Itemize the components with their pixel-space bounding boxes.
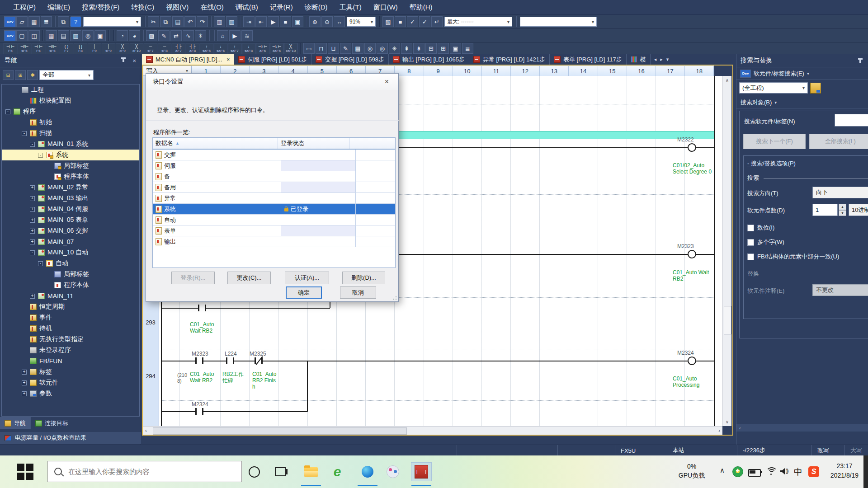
tree-expander[interactable]: - [38, 153, 43, 158]
change-button[interactable]: 更改(C)... [227, 272, 271, 284]
cancel-button[interactable]: 取消 [340, 286, 376, 299]
file-explorer-button[interactable] [301, 463, 321, 481]
search-scope-dropdown[interactable]: (全工程) [739, 82, 808, 94]
toolbar-button[interactable] [240, 16, 241, 27]
ladder-instruction-button[interactable]: ╳cF9 [116, 43, 129, 54]
tree-expander[interactable] [22, 359, 29, 364]
toolbar-button[interactable]: ▱ [16, 16, 28, 27]
tree-item[interactable]: + MAIN_03 输出 [2, 193, 139, 204]
toolbar-button[interactable]: ■ [280, 16, 291, 27]
multi-word-checkbox[interactable]: 多个字(W) [747, 238, 784, 246]
tree-expander[interactable]: + [22, 380, 27, 385]
scroll-right-icon[interactable]: › [718, 427, 720, 434]
ladder-instruction-button[interactable]: ─sF8 [158, 43, 171, 54]
tree-expander[interactable]: - [5, 109, 10, 114]
toolbar-button[interactable]: ⇤ [255, 16, 267, 27]
menu-item[interactable]: 在线(O) [194, 3, 230, 12]
search-options-link[interactable]: - 搜索/替换选项(P) [747, 160, 796, 168]
resize-grip[interactable] [392, 296, 397, 300]
vertical-scrollbar[interactable]: ∧ ∨ [722, 76, 731, 426]
coil-symbol[interactable] [688, 357, 696, 365]
menu-item[interactable]: 记录(R) [264, 3, 299, 12]
toolbar-button[interactable]: ◎ [82, 30, 94, 41]
delete-button[interactable]: 删除(D)... [342, 272, 385, 284]
document-tab[interactable]: 输出 [PRG] [LD] 1065步 [389, 54, 469, 65]
volume-icon[interactable] [780, 468, 785, 474]
close-icon[interactable]: × [132, 57, 136, 64]
toolbar-button[interactable]: ▥ [70, 30, 81, 41]
tree-expander[interactable] [22, 326, 29, 331]
toolbar-button[interactable] [42, 30, 43, 41]
toolbar-button[interactable]: ▣ [94, 30, 106, 41]
ladder-edit-button[interactable]: ⊟ [425, 43, 437, 54]
tree-item[interactable]: - MAIN_10 自动 [2, 247, 139, 258]
toolbar-button[interactable]: ∿ [183, 30, 194, 41]
menu-item[interactable]: 调试(B) [230, 3, 264, 12]
toolbar-button[interactable]: 91% [347, 17, 376, 27]
device-points-stepper[interactable]: ▲ ▼ [839, 204, 846, 216]
ladder-instruction-button[interactable]: ( )F7 [60, 43, 73, 54]
ie-browser-button[interactable]: e [327, 463, 347, 481]
toolbar-button[interactable]: ▥ [226, 16, 237, 27]
toolbar-button[interactable]: ✳ [195, 30, 206, 41]
document-tab[interactable]: 伺服 [PRG] [LD] 501步 [234, 54, 311, 65]
show-desktop-button[interactable] [863, 455, 868, 488]
tree-item[interactable]: + 软元件 [2, 377, 139, 388]
ladder-instruction-button[interactable]: ┤├aF8 [186, 43, 199, 54]
tree-item[interactable]: + 参数 [2, 388, 139, 399]
toolbar-button[interactable]: ▥ [214, 16, 225, 27]
toolbar-button[interactable]: ↷ [197, 16, 208, 27]
toolbar-button[interactable]: ↵ [431, 16, 443, 27]
gx-works-button[interactable]: ⊢⊣ [411, 463, 431, 481]
program-row[interactable]: 表单 [153, 225, 395, 236]
contact-symbol[interactable] [198, 305, 206, 311]
toolbar-button[interactable] [145, 16, 145, 27]
ladder-edit-button[interactable]: ⇟ [413, 43, 425, 54]
edge-browser-button[interactable] [358, 463, 377, 481]
panel-tab[interactable]: 导航 [0, 417, 31, 429]
toolbar-button[interactable]: ⊖ [321, 16, 333, 27]
toolbar-button[interactable]: Dev [4, 16, 16, 27]
ladder-instruction-button[interactable]: ╳cF10 [130, 43, 143, 54]
ladder-instruction-button[interactable]: ↓saF6 [214, 43, 227, 54]
tree-item[interactable]: 局部标签 [2, 160, 139, 171]
tree-item[interactable]: + MAIN_11 [2, 291, 139, 301]
scrollbar-thumb[interactable] [153, 427, 407, 435]
tree-item[interactable]: 恒定周期 [2, 301, 139, 312]
antivirus-tray-icon[interactable] [732, 466, 743, 477]
toolbar-button[interactable]: ? [70, 16, 81, 27]
tab-close-icon[interactable]: × [225, 56, 230, 63]
tree-item[interactable]: 模块配置图 [2, 95, 139, 106]
toolbar-button[interactable]: ⇄ [170, 30, 182, 41]
ladder-edit-button[interactable]: ▣ [450, 43, 461, 54]
digit-checkbox[interactable]: 数位(I) [747, 224, 774, 232]
toolbar-button[interactable] [209, 30, 209, 41]
ladder-instruction-button[interactable]: ↓saF8 [242, 43, 255, 54]
task-view-button[interactable] [270, 463, 290, 481]
tree-expander[interactable]: - [38, 261, 43, 266]
menu-item[interactable]: 编辑(E) [42, 3, 76, 12]
tab-scroll-right-icon[interactable]: ▸ [660, 56, 663, 62]
cortana-button[interactable] [244, 463, 264, 481]
ladder-instruction-button[interactable]: ⊣↓⊢caF5 [270, 43, 283, 54]
tab-list-icon[interactable]: ▾ [666, 56, 669, 62]
battery-icon[interactable] [748, 469, 761, 477]
dialog-close-icon[interactable]: × [382, 78, 392, 86]
gear-icon[interactable]: ✱ [27, 70, 38, 80]
toolbar-button[interactable]: ≋ [241, 30, 253, 41]
toolbar-button[interactable]: ⧉ [58, 16, 69, 27]
ladder-instruction-button[interactable]: ⊣/⊢sF6 [46, 43, 59, 54]
ladder-instruction-button[interactable]: ╳caF10 [284, 43, 297, 54]
toolbar-button[interactable] [83, 17, 141, 27]
tree-expander[interactable]: + [30, 207, 35, 212]
tree-item[interactable]: 局部标签 [2, 269, 139, 280]
program-row[interactable]: 备用 [153, 182, 395, 193]
tree-item[interactable]: 无执行类型指定 [2, 334, 139, 345]
tree-item[interactable]: 初始 [2, 117, 139, 128]
toolbar-button[interactable] [55, 16, 55, 27]
toolbar-button[interactable] [379, 16, 380, 27]
toolbar-button[interactable]: ✂ [148, 16, 159, 27]
list-header[interactable]: 数据名▲ 登录状态 [153, 138, 395, 150]
scrollbar-thumb[interactable] [724, 306, 731, 334]
tree-expander[interactable]: + [30, 196, 35, 201]
